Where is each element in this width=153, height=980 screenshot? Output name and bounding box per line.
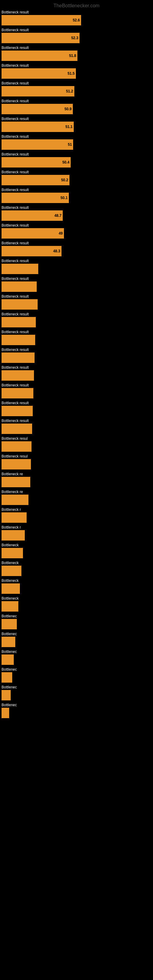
list-item: Bottleneck result50.2: [2, 170, 151, 185]
bar-fill: 50.2: [2, 175, 70, 185]
bar-label: Bottleneck: [2, 543, 151, 547]
list-item: Bottleneck result52.3: [2, 28, 151, 43]
list-item: Bottleneck result51.8: [2, 46, 151, 61]
bar-label: Bottleneck resul: [2, 436, 151, 441]
bar-label: Bottleneck result: [2, 134, 151, 139]
bar-fill: [2, 317, 36, 328]
bar-label: Bottleneck re: [2, 490, 151, 494]
bar-label: Bottleneck result: [2, 81, 151, 86]
bar-label: Bottleneck result: [2, 117, 151, 121]
bar-fill: [2, 708, 9, 718]
bar-label: Bottleneck result: [2, 46, 151, 50]
list-item: Bottlenec: [2, 632, 151, 647]
bar-track: [2, 335, 151, 345]
bar-fill: 51.2: [2, 86, 74, 97]
bar-track: [2, 619, 151, 629]
list-item: Bottleneck: [2, 596, 151, 612]
list-item: Bottleneck result: [2, 383, 151, 398]
list-item: Bottleneck resul: [2, 436, 151, 452]
bar-track: 48.7: [2, 210, 151, 221]
bar-fill: [2, 690, 11, 700]
bar-fill: [2, 512, 27, 523]
bar-label: Bottleneck re: [2, 472, 151, 476]
bar-track: [2, 459, 151, 469]
bar-label: Bottleneck: [2, 596, 151, 601]
bar-label: Bottleneck r: [2, 525, 151, 530]
bar-label: Bottleneck result: [2, 259, 151, 263]
bar-fill: 52.6: [2, 15, 81, 25]
bar-value: 48.3: [53, 249, 60, 253]
bar-label: Bottlenec: [2, 703, 151, 707]
bar-track: [2, 423, 151, 434]
bar-track: 51: [2, 139, 151, 150]
bar-track: [2, 388, 151, 398]
list-item: Bottlenec: [2, 703, 151, 718]
bar-fill: [2, 530, 25, 541]
list-item: Bottlenec: [2, 649, 151, 665]
bar-track: 50.9: [2, 104, 151, 114]
list-item: Bottleneck result50.1: [2, 188, 151, 203]
bar-track: 48.3: [2, 246, 151, 256]
bar-track: [2, 477, 151, 487]
bar-track: [2, 584, 151, 594]
bar-value: 51.2: [66, 89, 73, 94]
bar-label: Bottleneck result: [2, 28, 151, 32]
bar-label: Bottleneck: [2, 561, 151, 565]
list-item: Bottleneck r: [2, 525, 151, 541]
bar-fill: [2, 619, 17, 629]
bar-track: [2, 566, 151, 576]
bar-fill: [2, 353, 35, 363]
bar-label: Bottlenec: [2, 685, 151, 689]
bar-value: 48.7: [54, 213, 62, 218]
bar-fill: 50.9: [2, 104, 73, 114]
list-item: Bottleneck result50.4: [2, 152, 151, 167]
bar-track: [2, 601, 151, 612]
list-item: Bottlenec: [2, 614, 151, 629]
bar-track: [2, 512, 151, 523]
bar-track: 51.2: [2, 86, 151, 97]
bar-label: Bottleneck result: [2, 401, 151, 405]
list-item: Bottleneck result: [2, 294, 151, 310]
bar-label: Bottleneck result: [2, 348, 151, 352]
bar-track: [2, 406, 151, 416]
bar-label: Bottleneck result: [2, 277, 151, 281]
bar-label: Bottleneck result: [2, 294, 151, 299]
bar-fill: [2, 566, 21, 576]
bar-label: Bottleneck: [2, 579, 151, 583]
bar-track: [2, 530, 151, 541]
bar-track: [2, 441, 151, 452]
bar-label: Bottleneck result: [2, 418, 151, 423]
bar-value: 52.6: [73, 18, 80, 22]
bar-track: 49: [2, 228, 151, 239]
bar-fill: 49: [2, 228, 64, 239]
list-item: Bottleneck result: [2, 312, 151, 328]
bar-track: [2, 299, 151, 310]
bar-fill: 51.5: [2, 68, 76, 79]
bar-track: 50.4: [2, 157, 151, 167]
bar-fill: [2, 548, 23, 558]
bar-value: 51.8: [69, 54, 76, 58]
list-item: Bottleneck result49: [2, 223, 151, 239]
header: TheBottlenecker.com: [0, 0, 153, 10]
bar-value: 51: [68, 142, 72, 147]
list-item: Bottleneck result50.9: [2, 99, 151, 114]
bar-label: Bottleneck result: [2, 188, 151, 192]
bar-label: Bottleneck result: [2, 170, 151, 174]
bar-fill: [2, 637, 15, 647]
bar-track: [2, 637, 151, 647]
list-item: Bottleneck result51.2: [2, 81, 151, 97]
list-item: Bottleneck r: [2, 508, 151, 523]
bar-label: Bottleneck result: [2, 330, 151, 334]
bar-track: [2, 690, 151, 700]
bar-fill: [2, 264, 38, 274]
list-item: Bottleneck result: [2, 277, 151, 292]
bar-fill: [2, 370, 34, 381]
list-item: Bottleneck result: [2, 418, 151, 434]
bar-fill: [2, 584, 20, 594]
bar-fill: [2, 672, 12, 682]
list-item: Bottleneck result: [2, 401, 151, 416]
list-item: Bottleneck result48.3: [2, 241, 151, 256]
site-title: TheBottlenecker.com: [0, 0, 153, 10]
bar-label: Bottleneck result: [2, 99, 151, 103]
list-item: Bottleneck re: [2, 472, 151, 487]
